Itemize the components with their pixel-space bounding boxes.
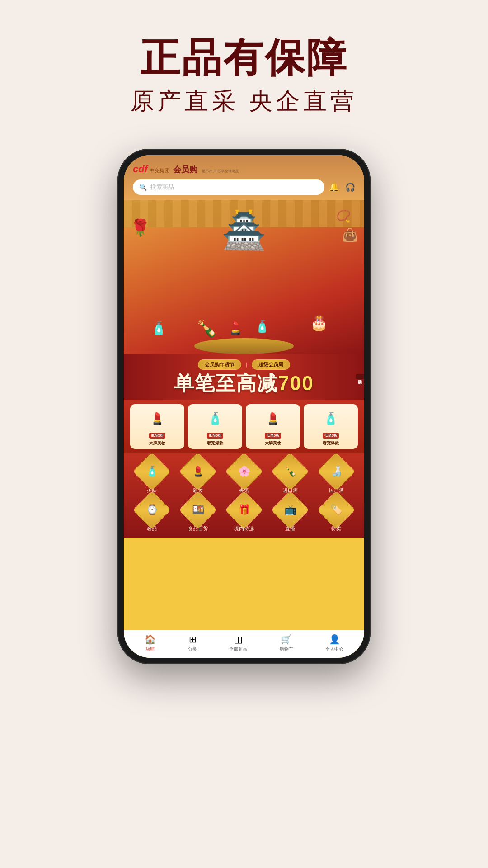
logo-tagline-text: 足不出户 尽享全球奢品 <box>202 169 239 174</box>
activity-rules[interactable]: 活动规则 <box>356 374 364 379</box>
promo-banner: 会员购年货节 ｜ 超级会员周 单笔至高减700 活动规则 <box>124 354 364 400</box>
category-section: 🧴 护肤 💄 彩妆 🌸 <box>124 453 364 538</box>
category-perfume[interactable]: 🌸 香氛 <box>222 458 266 494</box>
notification-icon[interactable]: 🔔 <box>329 182 339 192</box>
food-icon: 🍱 <box>192 504 204 516</box>
promo-badge-2: 超级会员周 <box>252 359 290 370</box>
product-cards-section: 💄 低至5折 大牌美妆 🧴 低至5折 奢宠爆款 💄 低至5折 大牌 <box>124 400 364 453</box>
category-domestic-wine[interactable]: 🍶 国产酒 <box>314 458 358 494</box>
category-luxury[interactable]: ⌚ 奢品 <box>130 496 174 532</box>
category-sale[interactable]: 🏷️ 特卖 <box>314 496 358 532</box>
product-card-badge-2: 低至5折 <box>207 433 223 439</box>
product-card-2[interactable]: 🧴 低至5折 奢宠爆款 <box>188 404 242 449</box>
product-card-1[interactable]: 💄 低至5折 大牌美妆 <box>130 404 184 449</box>
logo-brand-text: 中免集团 <box>150 167 169 174</box>
headset-icon[interactable]: 🎧 <box>345 182 355 192</box>
la-mer-product: 🧴 <box>151 321 167 336</box>
category-diamond-makeup: 💄 <box>179 453 217 491</box>
category-diamond-domestic-wine: 🍶 <box>317 453 356 491</box>
nav-all-products[interactable]: ◫ 全部商品 <box>229 634 247 652</box>
product-card-3[interactable]: 💄 低至5折 大牌美妆 <box>246 404 300 449</box>
product-card-label-4: 奢宠爆款 <box>306 440 355 446</box>
product-cards-grid: 💄 低至5折 大牌美妆 🧴 低至5折 奢宠爆款 💄 低至5折 大牌 <box>130 404 358 449</box>
perfume-product: 🧴 <box>255 320 269 334</box>
red-flower-decor: 🌹 <box>130 218 150 237</box>
category-skincare[interactable]: 🧴 护肤 <box>130 458 174 494</box>
category-diamond-sale: 🏷️ <box>317 491 356 529</box>
category-imported-wine[interactable]: 🍾 进口酒 <box>268 458 312 494</box>
promo-prefix: 单笔至高减 <box>174 372 278 394</box>
search-row: 🔍 搜索商品 🔔 🎧 <box>133 179 355 195</box>
category-domestic[interactable]: 🎁 境内特选 <box>222 496 266 532</box>
phone-outer: cdf 中免集团 会员购 足不出户 尽享全球奢品 🔍 搜索商品 🔔 🎧 <box>117 149 371 664</box>
app-logo: cdf 中免集团 会员购 足不出户 尽享全球奢品 <box>133 163 239 175</box>
nav-profile[interactable]: 👤 个人中心 <box>325 634 343 652</box>
product-card-4[interactable]: 🧴 低至5折 奢宠爆款 <box>304 404 358 449</box>
pagoda-decor: 🏯 <box>208 209 280 282</box>
imported-wine-icon: 🍾 <box>284 466 296 477</box>
bag-decor: 👜 <box>342 227 358 242</box>
category-diamond-food: 🍱 <box>179 491 217 529</box>
main-subtitle: 原产直采 央企直营 <box>0 85 488 117</box>
product-card-img-1: 💄 <box>133 407 182 430</box>
category-diamond-domestic: 🎁 <box>225 491 263 529</box>
promo-badge-row: 会员购年货节 ｜ 超级会员周 <box>133 359 355 370</box>
live-icon: 📺 <box>284 504 296 516</box>
cake-decor: 🎂 <box>310 314 328 331</box>
product-card-badge-1: 低至5折 <box>149 433 165 439</box>
search-placeholder: 搜索商品 <box>150 183 174 191</box>
category-diamond-live: 📺 <box>271 491 310 529</box>
category-grid: 🧴 护肤 💄 彩妆 🌸 <box>130 458 358 532</box>
app-logo-row: cdf 中免集团 会员购 足不出户 尽享全球奢品 <box>133 163 355 175</box>
makeup-icon: 💄 <box>192 466 204 477</box>
luxury-icon: ⌚ <box>146 504 158 516</box>
logo-cdf-text: cdf <box>133 163 148 175</box>
category-diamond-imported-wine: 🍾 <box>271 453 310 491</box>
category-makeup[interactable]: 💄 彩妆 <box>176 458 220 494</box>
champagne-product: 🍾 <box>196 318 217 338</box>
all-products-icon: ◫ <box>234 634 243 645</box>
category-diamond-skincare: 🧴 <box>133 453 171 491</box>
category-live[interactable]: 📺 直播 <box>268 496 312 532</box>
promo-main-text: 单笔至高减700 <box>133 373 355 394</box>
search-icon: 🔍 <box>139 184 147 191</box>
banner-area: 🌹 📿 👜 🏯 🧴 🍾 💄 🧴 🎂 <box>124 200 364 354</box>
perfume-icon: 🌸 <box>238 466 250 477</box>
phone-screen: cdf 中免集团 会员购 足不出户 尽享全球奢品 🔍 搜索商品 🔔 🎧 <box>124 155 364 658</box>
profile-icon: 👤 <box>329 634 340 645</box>
header-section: 正品有保障 原产直采 央企直营 <box>0 0 488 135</box>
product-card-img-4: 🧴 <box>306 407 355 430</box>
logo-name-text: 会员购 <box>173 164 197 175</box>
store-label: 店铺 <box>145 646 155 652</box>
product-card-badge-3: 低至5折 <box>265 433 281 439</box>
nav-cart[interactable]: 🛒 购物车 <box>280 634 293 652</box>
store-icon: 🏠 <box>145 634 156 645</box>
app-header: cdf 中免集团 会员购 足不出户 尽享全球奢品 🔍 搜索商品 🔔 🎧 <box>124 155 364 200</box>
cart-label: 购物车 <box>280 646 293 652</box>
necklace-decor: 📿 <box>336 209 351 223</box>
bottom-nav: 🏠 店铺 ⊞ 分类 ◫ 全部商品 🛒 购物车 <box>124 630 364 658</box>
category-label: 分类 <box>188 646 197 652</box>
nav-category[interactable]: ⊞ 分类 <box>188 634 197 652</box>
product-card-badge-4: 低至5折 <box>323 433 339 439</box>
cart-icon: 🛒 <box>281 634 292 645</box>
sale-icon: 🏷️ <box>330 504 343 516</box>
promo-separator: ｜ <box>244 361 249 368</box>
profile-label: 个人中心 <box>325 646 343 652</box>
all-products-label: 全部商品 <box>229 646 247 652</box>
domestic-wine-icon: 🍶 <box>330 466 343 477</box>
category-diamond-perfume: 🌸 <box>225 453 263 491</box>
product-card-img-3: 💄 <box>249 407 297 430</box>
search-bar[interactable]: 🔍 搜索商品 <box>133 179 324 195</box>
product-card-img-2: 🧴 <box>191 407 239 430</box>
promo-amount: 700 <box>278 372 314 394</box>
domestic-icon: 🎁 <box>238 504 250 516</box>
category-food[interactable]: 🍱 食品百货 <box>176 496 220 532</box>
category-diamond-luxury: ⌚ <box>133 491 171 529</box>
nav-store[interactable]: 🏠 店铺 <box>145 634 156 652</box>
skincare-icon: 🧴 <box>146 466 158 477</box>
product-card-label-3: 大牌美妆 <box>249 440 297 446</box>
app-content: 🌹 📿 👜 🏯 🧴 🍾 💄 🧴 🎂 <box>124 200 364 658</box>
product-card-label-2: 奢宠爆款 <box>191 440 239 446</box>
main-title: 正品有保障 <box>0 36 488 80</box>
